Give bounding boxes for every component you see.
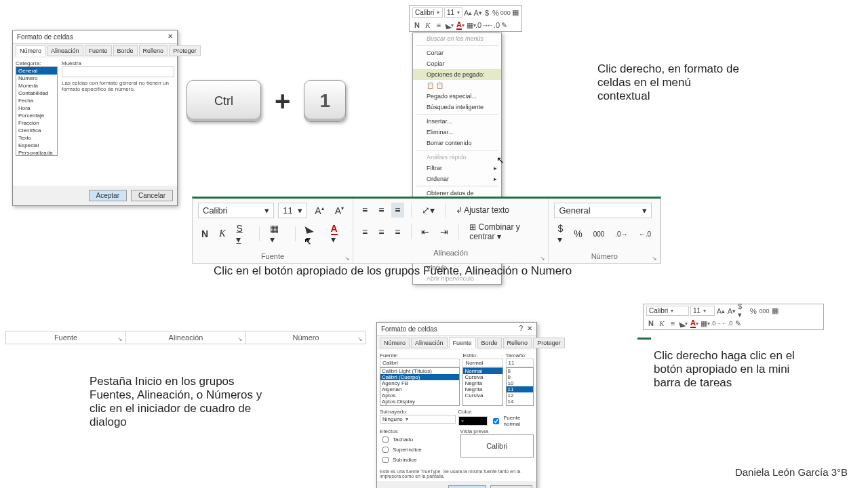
decrease-font-icon[interactable]: A▾ <box>473 8 481 18</box>
d2-tab-fill[interactable]: Relleno <box>503 338 532 348</box>
percent-icon[interactable]: % <box>492 8 499 18</box>
ctx-paste-special[interactable]: Pegado especial... <box>413 91 501 102</box>
size-opt-1[interactable]: 9 <box>507 374 533 380</box>
font-opt-2[interactable]: Calibri (Cuerpo) <box>380 374 459 380</box>
font-family-dropdown[interactable]: Calibri▾ <box>198 203 274 218</box>
fill-color-icon[interactable]: ◣ <box>445 20 454 30</box>
font-color-icon-2[interactable]: A <box>690 319 699 328</box>
orientation-icon[interactable]: ⤢▾ <box>418 203 438 218</box>
ctx-copy[interactable]: Copiar <box>413 58 501 69</box>
align-icon[interactable]: ≡ <box>434 20 443 30</box>
close-icon-2[interactable]: ✕ <box>527 325 532 332</box>
category-list[interactable]: General Número Moneda Contabilidad Fecha… <box>16 66 58 156</box>
ctx-smart-lookup[interactable]: Búsqueda inteligente <box>413 102 501 113</box>
cat-general[interactable]: General <box>16 67 57 75</box>
style-opt-3[interactable]: Negrita Cursiva <box>463 386 502 399</box>
launcher-align[interactable]: ↘ <box>237 336 243 342</box>
cat-pers[interactable]: Personalizada <box>16 149 57 156</box>
table-icon-2[interactable]: ▦ <box>770 306 780 316</box>
size-dropdown-2[interactable]: 11 <box>690 306 715 316</box>
size-opt-4[interactable]: 12 <box>507 392 533 399</box>
font-list[interactable]: Calibri Light (Títulos) Calibri (Cuerpo)… <box>380 367 460 406</box>
format-painter-icon[interactable]: ✎ <box>499 20 509 30</box>
dec-decimal-icon-2[interactable]: ←.0 <box>722 319 732 328</box>
fill-color-icon-2[interactable]: ◣ <box>679 319 688 328</box>
bold-icon-2[interactable]: N <box>646 319 656 328</box>
grow-font-icon[interactable]: A▴ <box>311 203 327 218</box>
borders-button[interactable]: ▦ ▾ <box>267 221 288 247</box>
font-dropdown-2[interactable]: Calibri <box>646 306 689 316</box>
launcher-font[interactable]: ↘ <box>117 336 123 342</box>
tab-alineacion[interactable]: Alineación <box>47 45 83 56</box>
style-list[interactable]: Normal Cursiva Negrita Negrita Cursiva <box>462 367 502 406</box>
font-opt-3[interactable]: Agency FB <box>380 380 459 386</box>
borders-icon-2[interactable]: ▦ <box>701 319 710 328</box>
size-input[interactable]: 11 <box>506 359 534 367</box>
percent-icon-2[interactable]: % <box>749 306 758 316</box>
d2-tab-font[interactable]: Fuente <box>449 338 476 348</box>
d2-tab-protect[interactable]: Proteger <box>533 338 565 348</box>
currency-icon-2[interactable]: $ ▾ <box>738 306 747 316</box>
style-input[interactable]: Normal <box>462 359 502 367</box>
font-dropdown[interactable]: Calibri <box>412 7 443 18</box>
increase-indent-icon[interactable]: ⇥ <box>437 224 452 239</box>
currency-icon[interactable]: $ <box>484 8 491 18</box>
normal-font-checkbox[interactable]: Fuente normal <box>490 415 534 427</box>
align-middle-icon[interactable]: ≡ <box>375 203 387 218</box>
shrink-font-icon-2[interactable]: A▾ <box>727 306 736 316</box>
align-bottom-icon[interactable]: ≡ <box>391 203 403 218</box>
ctx-clear[interactable]: Borrar contenido <box>413 138 501 148</box>
cat-esp[interactable]: Especial <box>16 142 57 149</box>
grow-font-icon-2[interactable]: A▴ <box>716 306 726 316</box>
align-icon-2[interactable]: ≡ <box>668 319 677 328</box>
style-opt-2[interactable]: Negrita <box>463 380 502 386</box>
cat-pct[interactable]: Porcentaje <box>16 112 57 119</box>
italic-icon[interactable]: K <box>423 20 433 30</box>
d2-tab-border[interactable]: Borde <box>477 338 502 348</box>
tab-fuente[interactable]: Fuente <box>85 45 112 56</box>
size-list[interactable]: 8 9 10 11 12 14 <box>506 367 534 406</box>
tab-proteger[interactable]: Proteger <box>169 45 201 56</box>
size-opt-5[interactable]: 14 <box>507 399 533 405</box>
cat-moneda[interactable]: Moneda <box>16 82 57 89</box>
font-opt-6[interactable]: Aptos Display <box>380 399 459 405</box>
inc-decimal-button[interactable]: .0→ <box>612 228 631 240</box>
percent-button[interactable]: % <box>570 226 585 241</box>
wrap-text-button[interactable]: ↲ Ajustar texto <box>452 203 513 217</box>
cat-contab[interactable]: Contabilidad <box>16 89 57 97</box>
style-opt-1[interactable]: Cursiva <box>463 374 502 380</box>
ctx-paste-icons[interactable]: 📋 📋 <box>413 80 501 91</box>
size-dropdown[interactable]: 11 <box>444 7 462 18</box>
decrease-indent-icon[interactable]: ⇤ <box>418 224 433 239</box>
ck-super[interactable]: Superíndice <box>380 445 454 455</box>
increase-font-icon[interactable]: A▴ <box>464 8 472 18</box>
thousands-icon[interactable]: 000 <box>500 8 510 18</box>
ok-button-2[interactable]: Aceptar <box>448 485 486 488</box>
close-icon[interactable]: ✕ <box>167 33 173 40</box>
underline-dropdown[interactable]: Ninguno <box>380 415 456 424</box>
cancel-button[interactable]: Cancelar <box>131 190 173 201</box>
tab-borde[interactable]: Borde <box>113 45 138 56</box>
d2-tab-align[interactable]: Alineación <box>411 338 448 348</box>
align-left-icon[interactable]: ≡ <box>359 224 371 239</box>
ctx-delete[interactable]: Eliminar... <box>413 127 501 138</box>
ctx-paste-options[interactable]: Opciones de pegado: <box>413 69 501 80</box>
bold-icon[interactable]: N <box>412 20 422 30</box>
cat-hora[interactable]: Hora <box>16 104 57 112</box>
d2-tab-num[interactable]: Número <box>380 338 410 348</box>
tab-numero[interactable]: Número <box>16 45 45 56</box>
size-opt-0[interactable]: 8 <box>507 368 533 374</box>
style-opt-0[interactable]: Normal <box>463 368 502 374</box>
cat-frac[interactable]: Fracción <box>16 119 57 127</box>
dec-decimal-button[interactable]: ←.0 <box>635 228 654 240</box>
ctx-sort[interactable]: Ordenar▸ <box>413 174 501 184</box>
font-input[interactable]: Calibri <box>380 359 460 367</box>
increase-decimal-icon[interactable]: .0→ <box>477 20 487 30</box>
launcher-num[interactable]: ↘ <box>357 336 363 342</box>
ck-sub[interactable]: Subíndice <box>380 455 454 465</box>
help-icon[interactable]: ? <box>519 325 523 332</box>
underline-button[interactable]: S ▾ <box>233 221 252 247</box>
inc-decimal-icon-2[interactable]: .0→ <box>711 319 721 328</box>
cat-fecha[interactable]: Fecha <box>16 97 57 104</box>
tab-relleno[interactable]: Relleno <box>139 45 168 56</box>
